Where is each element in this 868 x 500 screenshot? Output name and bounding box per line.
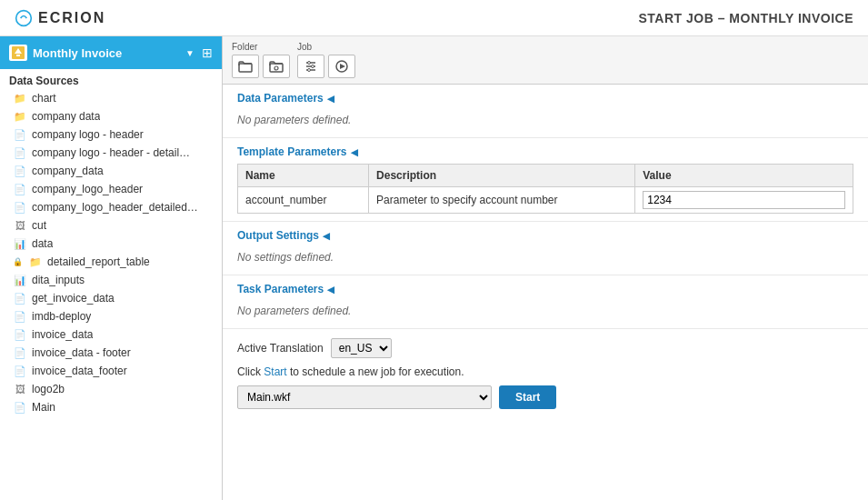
ecrion-logo-icon <box>15 9 33 27</box>
upload-icon <box>9 45 27 61</box>
sidebar-item-label: company logo - header - detailed rep... <box>32 146 195 159</box>
job-run-button[interactable] <box>328 55 355 78</box>
output-settings-title: Output Settings ◀ <box>237 229 853 242</box>
sidebar-item-label: dita_inputs <box>32 274 85 286</box>
sidebar-item-label: data <box>32 237 53 250</box>
doc-icon: 📄 <box>13 291 27 305</box>
col-name: Name <box>238 165 369 187</box>
sidebar-item-label: get_invoice_data <box>32 292 115 305</box>
sidebar-item-label: company data <box>32 110 100 123</box>
translation-select[interactable]: en_US fr_FR de_DE <box>331 338 392 358</box>
svg-point-6 <box>274 66 278 70</box>
template-parameters-table: Name Description Value account_number Pa… <box>237 164 853 214</box>
start-row: Main.wkf Start <box>237 385 853 409</box>
sidebar-title: Monthly Invoice <box>33 46 122 60</box>
start-link[interactable]: Start <box>264 365 286 378</box>
sidebar-item-cut[interactable]: 🖼 cut <box>0 216 222 235</box>
svg-rect-4 <box>239 64 252 72</box>
sidebar-item-invoice-data[interactable]: 📄 invoice_data <box>0 325 222 344</box>
folder-toolbar-group: Folder <box>232 42 290 78</box>
folder-settings-button[interactable] <box>263 55 290 78</box>
col-description: Description <box>369 165 635 187</box>
doc-icon: 📄 <box>13 309 27 324</box>
task-parameters-arrow[interactable]: ◀ <box>327 285 334 295</box>
svg-rect-3 <box>16 55 20 56</box>
param-name: account_number <box>238 187 369 214</box>
doc-icon: 📄 <box>13 200 27 215</box>
param-value-input[interactable] <box>643 191 845 209</box>
table-row: account_number Parameter to specify acco… <box>238 187 853 214</box>
param-description: Parameter to specify account number <box>369 187 635 214</box>
task-parameters-content: No parameters defined. <box>237 301 853 321</box>
sidebar-item-label: detailed_report_table <box>47 255 150 268</box>
sidebar-grid-icon[interactable]: ⊞ <box>202 45 213 60</box>
sidebar-item-company-logo-header-detailed2[interactable]: 📄 company_logo_header_detailed_report <box>0 198 222 216</box>
sidebar-dropdown-arrow[interactable]: ▼ <box>185 48 195 58</box>
col-value: Value <box>635 165 853 187</box>
sidebar-item-label: company_logo_header_detailed_report <box>32 201 200 214</box>
sidebar-item-logo2b[interactable]: 🖼 logo2b <box>0 380 222 398</box>
template-parameters-section: Template Parameters ◀ Name Description V… <box>223 138 868 222</box>
sidebar-item-label: chart <box>32 92 56 105</box>
sidebar-item-company-logo-header2[interactable]: 📄 company_logo_header <box>0 180 222 198</box>
output-settings-content: No settings defined. <box>237 247 853 267</box>
svg-rect-5 <box>270 64 283 72</box>
svg-marker-14 <box>340 64 345 69</box>
sidebar-item-chart[interactable]: 📁 chart <box>0 89 222 107</box>
sidebar-item-company-logo-header-detailed[interactable]: 📄 company logo - header - detailed rep..… <box>0 144 222 162</box>
sidebar-item-dita-inputs[interactable]: 📊 dita_inputs <box>0 271 222 289</box>
start-button[interactable]: Start <box>499 385 556 409</box>
svg-point-12 <box>308 69 311 72</box>
data-icon: 📊 <box>13 273 27 287</box>
doc-icon: 📄 <box>13 164 27 178</box>
workflow-select[interactable]: Main.wkf <box>237 385 492 409</box>
sidebar-item-data[interactable]: 📊 data <box>0 235 222 253</box>
sidebar: Monthly Invoice ▼ ⊞ Data Sources 📁 chart… <box>0 36 223 500</box>
template-parameters-title: Template Parameters ◀ <box>237 145 853 158</box>
sidebar-item-label: Main <box>32 401 55 414</box>
folder-open-button[interactable] <box>232 55 259 78</box>
folder-icon: 📁 <box>28 255 43 269</box>
doc-icon: 📄 <box>13 182 27 196</box>
sidebar-item-company-data2[interactable]: 📄 company_data <box>0 162 222 180</box>
sidebar-item-label: invoice_data - footer <box>32 346 131 359</box>
sidebar-item-detailed-report-table[interactable]: 🔒 📁 detailed_report_table <box>0 253 222 271</box>
logo-text: ECRION <box>38 10 105 26</box>
folder-icon: 📁 <box>13 109 27 124</box>
data-parameters-content: No parameters defined. <box>237 110 853 130</box>
page-title: Start Job – Monthly Invoice <box>639 11 854 25</box>
logo: ECRION <box>15 9 105 27</box>
active-translation-label: Active Translation <box>237 342 324 355</box>
data-parameters-section: Data Parameters ◀ No parameters defined. <box>223 85 868 138</box>
sidebar-item-invoice-data-footer2[interactable]: 📄 invoice_data_footer <box>0 362 222 380</box>
sidebar-item-label: cut <box>32 219 46 232</box>
sidebar-item-imdb-deploy[interactable]: 📄 imdb-deploy <box>0 307 222 325</box>
translation-row: Active Translation en_US fr_FR de_DE <box>237 338 853 358</box>
image-icon: 🖼 <box>13 382 27 396</box>
sidebar-item-company-logo-header[interactable]: 📄 company logo - header <box>0 125 222 144</box>
output-settings-arrow[interactable]: ◀ <box>323 231 330 241</box>
job-settings-button[interactable] <box>297 55 324 78</box>
folder-buttons <box>232 55 290 78</box>
app-header: ECRION Start Job – Monthly Invoice <box>0 0 868 36</box>
sidebar-item-company-data[interactable]: 📁 company data <box>0 107 222 125</box>
data-sources-label: Data Sources <box>0 69 222 89</box>
svg-point-11 <box>312 65 314 68</box>
template-parameters-arrow[interactable]: ◀ <box>351 147 358 157</box>
sidebar-header-left: Monthly Invoice <box>9 45 122 61</box>
doc-icon: 📄 <box>13 127 27 142</box>
sidebar-item-invoice-data-footer[interactable]: 📄 invoice_data - footer <box>0 344 222 362</box>
folder-label: Folder <box>232 42 257 52</box>
image-icon: 🖼 <box>13 218 27 233</box>
sidebar-item-get-invoice-data[interactable]: 📄 get_invoice_data <box>0 289 222 307</box>
svg-point-0 <box>16 10 32 25</box>
output-settings-section: Output Settings ◀ No settings defined. <box>223 222 868 275</box>
sidebar-item-main[interactable]: 📄 Main <box>0 398 222 416</box>
start-description: Click Start to schedule a new job for ex… <box>237 365 853 378</box>
folder-icon: 📁 <box>13 91 27 105</box>
sidebar-item-label: imdb-deploy <box>32 310 91 323</box>
doc-icon: 📄 <box>13 364 27 378</box>
task-parameters-title: Task Parameters ◀ <box>237 283 853 295</box>
task-parameters-section: Task Parameters ◀ No parameters defined. <box>223 275 868 329</box>
data-parameters-arrow[interactable]: ◀ <box>327 94 334 104</box>
